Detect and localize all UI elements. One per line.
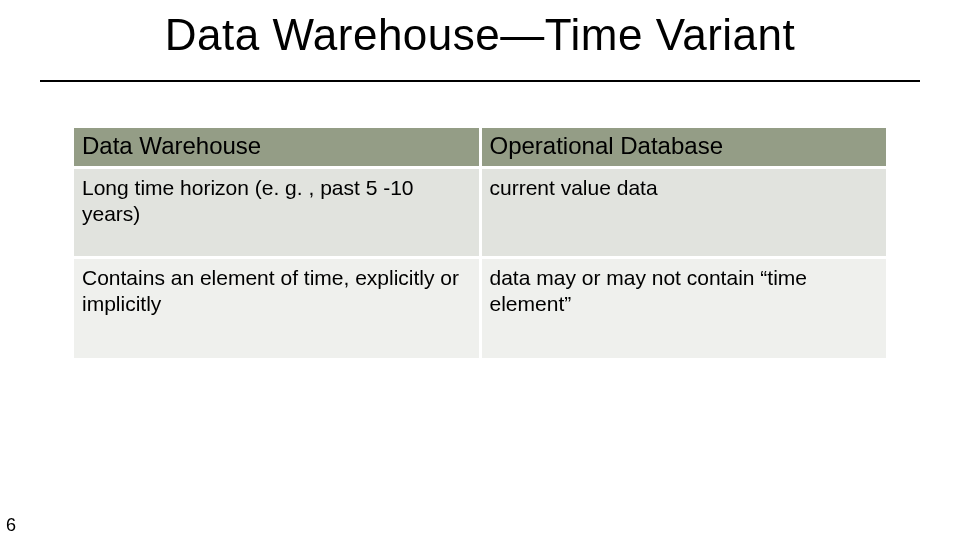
title-underline bbox=[40, 80, 920, 82]
table-cell: data may or may not contain “time elemen… bbox=[480, 258, 886, 358]
table-row: Long time horizon (e. g. , past 5 -10 ye… bbox=[74, 168, 886, 258]
page-number: 6 bbox=[6, 515, 16, 536]
table-header-right: Operational Database bbox=[480, 128, 886, 168]
comparison-table: Data Warehouse Operational Database Long… bbox=[74, 128, 886, 358]
table-cell: current value data bbox=[480, 168, 886, 258]
table-header-left: Data Warehouse bbox=[74, 128, 480, 168]
table-cell: Contains an element of time, explicitly … bbox=[74, 258, 480, 358]
slide-title: Data Warehouse—Time Variant bbox=[0, 10, 960, 60]
table-cell: Long time horizon (e. g. , past 5 -10 ye… bbox=[74, 168, 480, 258]
table-row: Contains an element of time, explicitly … bbox=[74, 258, 886, 358]
